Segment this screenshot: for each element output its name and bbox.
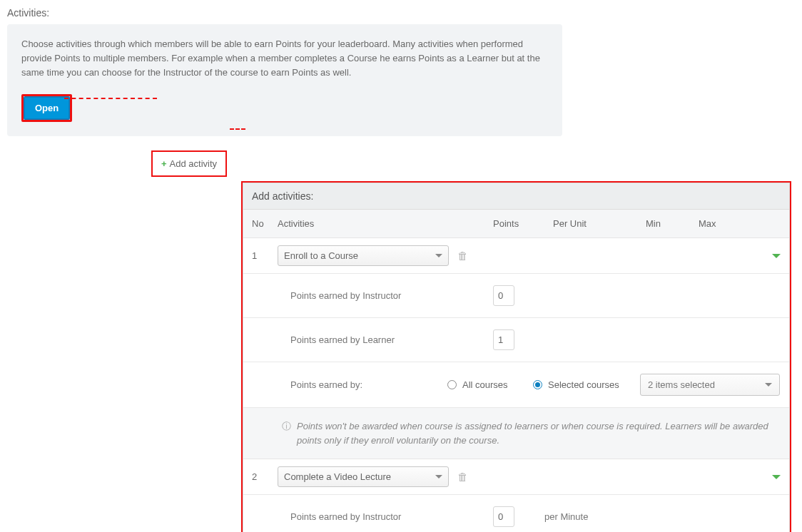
activity-row: 2 Complete a Video Lecture 🗑 [243, 459, 789, 495]
column-headers: No Activities Points Per Unit Min Max [243, 210, 789, 238]
col-max: Max [699, 218, 781, 229]
chevron-down-icon [435, 254, 442, 257]
add-activity-button[interactable]: +Add activity [151, 150, 227, 177]
col-points: Points [493, 218, 553, 229]
expand-icon[interactable] [772, 475, 781, 479]
learner-points-label: Points earned by Learner [290, 334, 493, 345]
col-activities: Activities [278, 218, 493, 229]
learner-points-input[interactable] [493, 329, 514, 350]
plus-icon: + [161, 158, 167, 169]
activity-number: 2 [252, 471, 278, 482]
activities-info-text: Choose activities through which members … [21, 37, 548, 80]
selected-courses-select[interactable]: 2 items selected [640, 374, 780, 396]
instructor-points-row: Points earned by Instructor per Minute [243, 495, 789, 532]
radio-all-courses[interactable] [447, 380, 457, 389]
earned-by-label: Points earned by: [290, 379, 447, 390]
chevron-down-icon [435, 475, 442, 479]
trash-icon[interactable]: 🗑 [457, 250, 468, 262]
selected-courses-value: 2 items selected [648, 379, 715, 390]
annotation-connector [230, 128, 245, 130]
chevron-down-icon [765, 383, 772, 387]
instructor-points-input[interactable] [493, 285, 514, 306]
info-icon: ⓘ [282, 419, 291, 434]
activity-row: 1 Enroll to a Course 🗑 [243, 238, 789, 274]
annotation-connector [64, 98, 157, 99]
open-button[interactable]: Open [24, 96, 70, 120]
trash-icon[interactable]: 🗑 [457, 471, 468, 483]
expand-icon[interactable] [772, 254, 781, 258]
activity-select[interactable]: Enroll to a Course [278, 245, 449, 266]
col-per-unit: Per Unit [553, 218, 646, 229]
radio-all-courses-label: All courses [462, 379, 508, 390]
panel-title: Add activities: [243, 183, 789, 210]
activity-select-value: Complete a Video Lecture [284, 471, 391, 482]
activity-number: 1 [252, 250, 278, 261]
col-no: No [252, 218, 278, 229]
instructor-points-input[interactable] [493, 506, 514, 527]
earned-by-row: Points earned by: All courses Selected c… [243, 362, 789, 408]
add-activity-label: Add activity [170, 158, 217, 169]
activity-note-text: Points won't be awarded when course is a… [297, 419, 778, 447]
activities-info-panel: Choose activities through which members … [7, 24, 562, 136]
activity-select-value: Enroll to a Course [284, 250, 358, 261]
instructor-points-label: Points earned by Instructor [290, 290, 493, 301]
col-min: Min [646, 218, 699, 229]
activity-note: ⓘ Points won't be awarded when course is… [243, 408, 789, 459]
radio-selected-courses[interactable] [533, 380, 542, 389]
instructor-points-label: Points earned by Instructor [290, 511, 493, 522]
add-activities-panel: Add activities: No Activities Points Per… [241, 181, 791, 532]
instructor-points-row: Points earned by Instructor [243, 274, 789, 318]
activity-select[interactable]: Complete a Video Lecture [278, 466, 449, 487]
instructor-unit: per Minute [544, 511, 637, 522]
learner-points-row: Points earned by Learner [243, 318, 789, 362]
activities-section-title: Activities: [7, 7, 795, 19]
radio-selected-courses-label: Selected courses [548, 379, 619, 390]
